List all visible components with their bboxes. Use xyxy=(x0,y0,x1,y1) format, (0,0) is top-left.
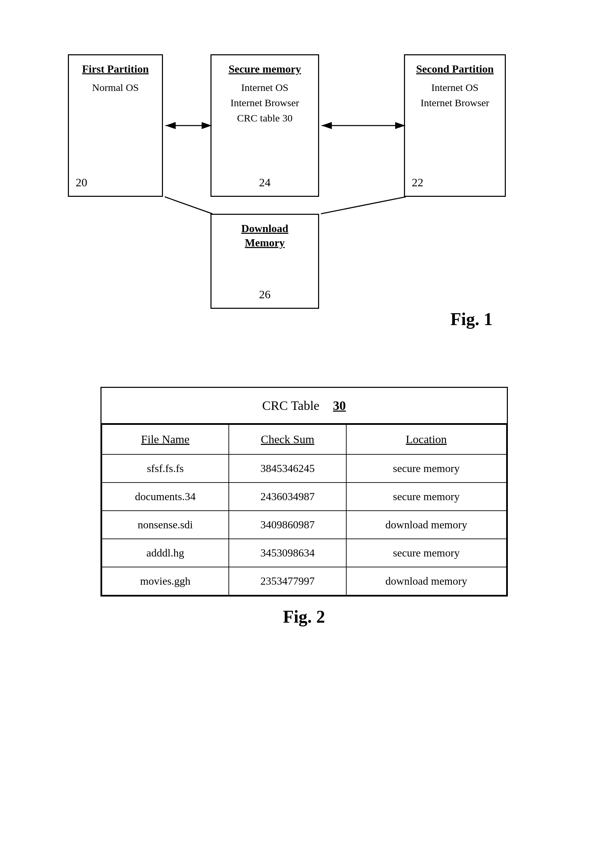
cell-filename: documents.34 xyxy=(102,482,229,511)
secure-memory-number: 24 xyxy=(259,176,271,189)
svg-line-4 xyxy=(165,197,212,214)
cell-checksum: 3845346245 xyxy=(229,454,346,482)
svg-line-5 xyxy=(321,197,406,214)
cell-filename: nonsense.sdi xyxy=(102,511,229,539)
cell-checksum: 3453098634 xyxy=(229,539,346,567)
cell-location: download memory xyxy=(346,567,507,595)
crc-table-header-row: CRC Table 30 xyxy=(101,388,507,424)
cell-filename: sfsf.fs.fs xyxy=(102,454,229,482)
crc-table-title: CRC Table xyxy=(262,398,320,413)
cell-filename: adddl.hg xyxy=(102,539,229,567)
col-header-checksum: Check Sum xyxy=(229,425,346,454)
cell-location: secure memory xyxy=(346,454,507,482)
first-partition-number: 20 xyxy=(76,176,87,189)
fig2-label: Fig. 2 xyxy=(48,607,560,627)
second-partition-title: Second Partition xyxy=(410,62,500,76)
cell-location: secure memory xyxy=(346,482,507,511)
second-partition-number: 22 xyxy=(412,176,423,189)
crc-table: File Name Check Sum Location sfsf.fs.fs … xyxy=(101,424,507,595)
cell-checksum: 3409860987 xyxy=(229,511,346,539)
table-row: adddl.hg 3453098634 secure memory xyxy=(102,539,507,567)
figure-1-diagram: First Partition Normal OS 20 Secure memo… xyxy=(48,34,560,339)
download-memory-title: DownloadMemory xyxy=(217,222,313,250)
figure-1-container: First Partition Normal OS 20 Secure memo… xyxy=(27,20,581,360)
cell-location: download memory xyxy=(346,511,507,539)
first-partition-title: First Partition xyxy=(74,62,157,76)
col-header-location: Location xyxy=(346,425,507,454)
table-row: nonsense.sdi 3409860987 download memory xyxy=(102,511,507,539)
crc-table-wrapper: CRC Table 30 File Name Check Sum Locatio… xyxy=(101,387,508,597)
secure-memory-content: Internet OSInternet BrowserCRC table 30 xyxy=(217,80,313,126)
cell-location: secure memory xyxy=(346,539,507,567)
second-partition-content: Internet OSInternet Browser xyxy=(410,80,500,110)
first-partition-content: Normal OS xyxy=(74,80,157,95)
cell-checksum: 2353477997 xyxy=(229,567,346,595)
table-row: movies.ggh 2353477997 download memory xyxy=(102,567,507,595)
crc-table-number: 30 xyxy=(333,398,346,413)
first-partition-box: First Partition Normal OS 20 xyxy=(68,54,163,197)
cell-filename: movies.ggh xyxy=(102,567,229,595)
cell-checksum: 2436034987 xyxy=(229,482,346,511)
table-row: sfsf.fs.fs 3845346245 secure memory xyxy=(102,454,507,482)
figure-2-container: CRC Table 30 File Name Check Sum Locatio… xyxy=(27,387,581,627)
secure-memory-title: Secure memory xyxy=(217,62,313,76)
second-partition-box: Second Partition Internet OSInternet Bro… xyxy=(404,54,506,197)
fig1-label: Fig. 1 xyxy=(450,309,493,329)
secure-memory-box: Secure memory Internet OSInternet Browse… xyxy=(211,54,319,197)
download-memory-number: 26 xyxy=(259,288,271,301)
col-header-filename: File Name xyxy=(102,425,229,454)
download-memory-box: DownloadMemory 26 xyxy=(211,214,319,309)
table-row: documents.34 2436034987 secure memory xyxy=(102,482,507,511)
page: First Partition Normal OS 20 Secure memo… xyxy=(27,20,581,627)
